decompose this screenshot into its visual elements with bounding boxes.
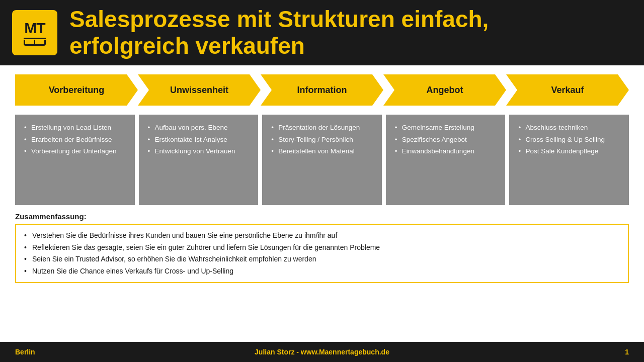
summary-section: Zusammenfassung: Verstehen Sie die Bedür…	[15, 212, 629, 283]
summary-box: Verstehen Sie die Bedürfnisse ihres Kund…	[15, 224, 629, 283]
card-0-item-2: Vorbereitung der Unterlagen	[24, 145, 128, 157]
card-2: Präsentation der LösungenStory-Telling /…	[262, 115, 382, 205]
chevron-item-3: Angebot	[383, 74, 506, 106]
main-content: VorbereitungUnwissenheitInformationAngeb…	[0, 65, 644, 283]
chevron-label-3: Angebot	[427, 85, 463, 96]
summary-item-1: Reflektieren Sie das gesagte, seien Sie …	[24, 242, 620, 254]
card-0-item-1: Erarbeiten der Bedürfnisse	[24, 134, 128, 146]
card-1-item-1: Erstkontakte Ist Analyse	[148, 134, 252, 146]
summary-item-3: Nutzen Sie die Chance eines Verkaufs für…	[24, 265, 620, 278]
chevron-item-0: Vorbereitung	[15, 74, 138, 106]
footer-page-number: 1	[475, 348, 629, 356]
summary-title: Zusammenfassung:	[15, 212, 629, 221]
card-4-item-0: Abschluss-techniken	[518, 122, 622, 134]
chevron-item-1: Unwissenheit	[138, 74, 261, 106]
footer: Berlin Julian Storz - www.Maennertagebuc…	[0, 342, 644, 362]
logo-letters: MT	[24, 20, 45, 37]
summary-item-2: Seien Sie ein Trusted Advisor, so erhöhe…	[24, 253, 620, 265]
card-4: Abschluss-technikenCross Selling & Up Se…	[509, 115, 629, 205]
footer-website: Julian Storz - www.Maennertagebuch.de	[169, 348, 475, 356]
footer-city: Berlin	[15, 348, 169, 356]
summary-list: Verstehen Sie die Bedürfnisse ihres Kund…	[24, 230, 620, 277]
card-0: Erstellung von Lead ListenErarbeiten der…	[15, 115, 135, 205]
cards-row: Erstellung von Lead ListenErarbeiten der…	[15, 115, 629, 205]
card-4-item-1: Cross Selling & Up Selling	[518, 134, 622, 146]
card-0-item-0: Erstellung von Lead Listen	[24, 122, 128, 134]
chevron-label-1: Unwissenheit	[170, 85, 228, 96]
chevron-label-2: Information	[297, 85, 347, 96]
card-3-item-2: Einwandsbehandlungen	[395, 145, 499, 157]
header-section: MT Salesprozesse mit Strukturen einfach,…	[0, 0, 644, 65]
chevron-label-4: Verkauf	[551, 85, 584, 96]
card-2-item-0: Präsentation der Lösungen	[271, 122, 375, 134]
logo: MT	[12, 10, 57, 55]
card-1: Aufbau von pers. EbeneErstkontakte Ist A…	[139, 115, 259, 205]
card-3-item-0: Gemeinsame Erstellung	[395, 122, 499, 134]
chevron-item-4: Verkauf	[506, 74, 629, 106]
chevron-row: VorbereitungUnwissenheitInformationAngeb…	[15, 74, 629, 106]
card-2-item-2: Bereitstellen von Material	[271, 145, 375, 157]
card-3: Gemeinsame ErstellungSpezifisches Angebo…	[386, 115, 506, 205]
card-4-item-2: Post Sale Kundenpflege	[518, 145, 622, 157]
chevron-item-2: Information	[261, 74, 383, 106]
summary-item-0: Verstehen Sie die Bedürfnisse ihres Kund…	[24, 230, 620, 242]
page-title: Salesprozesse mit Strukturen einfach, er…	[69, 6, 489, 59]
card-1-item-0: Aufbau von pers. Ebene	[148, 122, 252, 134]
chevron-label-0: Vorbereitung	[49, 85, 105, 96]
card-1-item-2: Entwicklung von Vertrauen	[148, 145, 252, 157]
card-2-item-1: Story-Telling / Persönlich	[271, 134, 375, 146]
card-3-item-1: Spezifisches Angebot	[395, 134, 499, 146]
